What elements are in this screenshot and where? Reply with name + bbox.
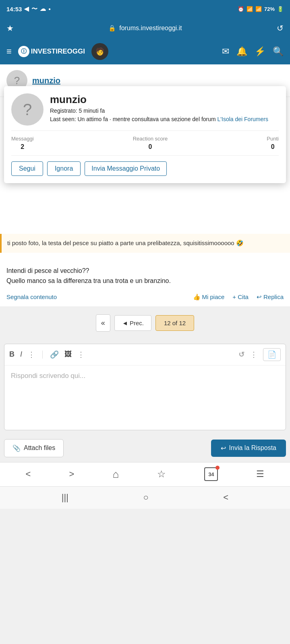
undo-button[interactable]: ↺	[238, 350, 244, 359]
status-bar: 14:53 ◀ 〜 ☁ • ⏰ 📶 📶 72% 🔋	[0, 0, 290, 18]
post-username[interactable]: munzio	[32, 76, 60, 85]
attach-files-button[interactable]: 📎 Attach files	[4, 439, 64, 457]
editor-placeholder: Rispondi scrivendo qui...	[11, 372, 85, 380]
url-area[interactable]: 🔒 forums.investireoggi.it	[14, 25, 277, 32]
like-label: Mi piace	[202, 293, 225, 300]
source-button[interactable]: 📄	[263, 348, 281, 361]
popup-info: munzio Registrato: 5 minuti fa Last seen…	[50, 93, 279, 126]
report-button[interactable]: Segnala contenuto	[6, 293, 193, 300]
browser-bar: ★ 🔒 forums.investireoggi.it ↺	[0, 18, 290, 39]
post-line2: Quello manco sa la differenza tra una tr…	[6, 276, 284, 286]
bottom-actions: 📎 Attach files ↩ Invia la Risposta	[0, 434, 290, 462]
popup-username[interactable]: munzio	[50, 93, 279, 106]
menu-browser-button[interactable]: ☰	[256, 469, 264, 479]
site-logo[interactable]: Ⓘ INVESTIREOGGI	[18, 46, 85, 57]
editor-body[interactable]: Rispondi scrivendo qui...	[4, 365, 286, 430]
popup-actions: Segui Ignora Invia Messaggio Privato	[11, 161, 279, 176]
stat-messaggi: Messaggi 2	[11, 136, 34, 151]
android-nav-bar: ||| ○ <	[0, 486, 290, 509]
battery-icon: 🔋	[277, 6, 284, 12]
nav-bar: ≡ Ⓘ INVESTIREOGGI 🧑 ✉ 🔔 ⚡ 🔍	[0, 39, 290, 64]
bookmark-icon[interactable]: ★	[6, 23, 14, 33]
quoted-text: ti posto foto, la testa del pesce su pia…	[7, 239, 244, 246]
editor-toolbar: B I ⋮ 🔗 🖼 ⋮ ↺ ⋮ 📄	[4, 344, 286, 365]
send-reply-icon: ↩	[221, 444, 226, 452]
tabs-button[interactable]: 34	[204, 467, 218, 481]
logo-icon: Ⓘ	[18, 46, 29, 57]
status-right: ⏰ 📶 📶 72% 🔋	[238, 6, 284, 12]
toolbar-right: ↺ ⋮ 📄	[238, 348, 281, 361]
android-home-button[interactable]: ○	[143, 492, 149, 503]
prev-page-button[interactable]: ◄ Prec.	[114, 315, 151, 331]
logo-text: INVESTIREOGGI	[31, 47, 85, 56]
send-reply-label: Invia la Risposta	[229, 444, 276, 452]
stat-messaggi-value: 2	[11, 143, 34, 151]
popup-last-seen: Last seen: Un attimo fa · mentre consult…	[50, 116, 279, 124]
reply-button[interactable]: ↩ Replica	[257, 293, 284, 301]
content-area: ? munzio ? munzio Registrato: 5 minuti f…	[0, 64, 290, 306]
stat-punti-label: Punti	[267, 136, 279, 142]
image-button[interactable]: 🖼	[64, 350, 72, 359]
alarm-icon: ⏰	[238, 6, 244, 12]
android-recent-button[interactable]: |||	[62, 492, 68, 503]
stat-reaction-value: 0	[133, 143, 168, 151]
search-icon[interactable]: 🔍	[273, 46, 284, 57]
user-popup-card: ? munzio Registrato: 5 minuti fa Last se…	[4, 86, 286, 183]
cite-button[interactable]: + Cita	[232, 293, 249, 300]
post-action-right: 👍 Mi piace + Cita ↩ Replica	[193, 293, 284, 301]
like-button[interactable]: 👍 Mi piace	[193, 293, 225, 301]
user-avatar-nav[interactable]: 🧑	[91, 43, 108, 60]
popup-stats: Messaggi 2 Reaction score 0 Punti 0	[11, 130, 279, 156]
hamburger-button[interactable]: ≡	[6, 46, 12, 57]
post-line1: Intendi di pesce al vecchio??	[6, 266, 284, 276]
mail-icon[interactable]: ✉	[222, 46, 229, 57]
refresh-icon[interactable]: ↺	[277, 23, 284, 33]
popup-header: ? munzio Registrato: 5 minuti fa Last se…	[11, 93, 279, 126]
post-text: Intendi di pesce al vecchio?? Quello man…	[0, 259, 290, 289]
status-left: 14:53 ◀ 〜 ☁ •	[6, 5, 51, 13]
forward-browser-button[interactable]: >	[69, 469, 75, 479]
back-browser-button[interactable]: <	[26, 469, 31, 479]
bookmark-browser-button[interactable]: ☆	[157, 469, 166, 480]
android-back-button[interactable]: <	[223, 492, 228, 503]
segui-button[interactable]: Segui	[11, 161, 43, 176]
link-button[interactable]: 🔗	[50, 350, 59, 359]
messaggio-privato-button[interactable]: Invia Messaggio Privato	[85, 161, 167, 176]
stat-reaction-label: Reaction score	[133, 136, 168, 142]
attach-label: Attach files	[24, 444, 55, 452]
reply-label: Replica	[263, 293, 284, 300]
paperclip-icon: 📎	[12, 444, 21, 452]
wifi-icon: 📶	[246, 6, 253, 12]
registered-label: Registrato:	[50, 107, 77, 114]
pagination-bar: « ◄ Prec. 12 of 12	[0, 306, 290, 340]
post-actions: Segnala contenuto 👍 Mi piace + Cita ↩ Re…	[0, 289, 290, 306]
post-content-wrapper: ti posto foto, la testa del pesce su pia…	[0, 234, 290, 306]
bolt-icon[interactable]: ⚡	[255, 46, 265, 57]
sim-icon: 〜	[31, 5, 37, 13]
last-seen-link[interactable]: L'Isola dei Forumers	[218, 116, 268, 122]
reply-editor: B I ⋮ 🔗 🖼 ⋮ ↺ ⋮ 📄 Rispondi scrivendo qui…	[4, 344, 286, 430]
ignora-button[interactable]: Ignora	[47, 161, 81, 176]
reply-icon: ↩	[257, 293, 262, 301]
more-options-button3[interactable]: ⋮	[250, 350, 257, 359]
tab-count-badge[interactable]: 34	[204, 467, 218, 481]
post-quoted: ti posto foto, la testa del pesce su pia…	[0, 234, 290, 253]
bold-button[interactable]: B	[9, 350, 14, 359]
stat-messaggi-label: Messaggi	[11, 136, 34, 142]
battery-text: 72%	[264, 6, 275, 12]
current-page-indicator: 12 of 12	[155, 315, 194, 331]
more-options-button1[interactable]: ⋮	[28, 350, 35, 359]
url-text[interactable]: forums.investireoggi.it	[119, 25, 182, 32]
lock-icon: 🔒	[108, 25, 116, 32]
registered-value: 5 minuti fa	[79, 107, 105, 114]
location-icon: ◀	[24, 5, 29, 12]
italic-button[interactable]: I	[20, 350, 22, 359]
bell-icon[interactable]: 🔔	[236, 46, 247, 57]
first-page-button[interactable]: «	[96, 314, 110, 332]
home-browser-button[interactable]: ⌂	[112, 468, 119, 481]
dot-icon: •	[48, 6, 50, 12]
popup-registered: Registrato: 5 minuti fa	[50, 107, 279, 114]
send-reply-button[interactable]: ↩ Invia la Risposta	[211, 440, 286, 457]
nav-icons: ✉ 🔔 ⚡ 🔍	[222, 46, 284, 57]
more-options-button2[interactable]: ⋮	[77, 350, 85, 359]
